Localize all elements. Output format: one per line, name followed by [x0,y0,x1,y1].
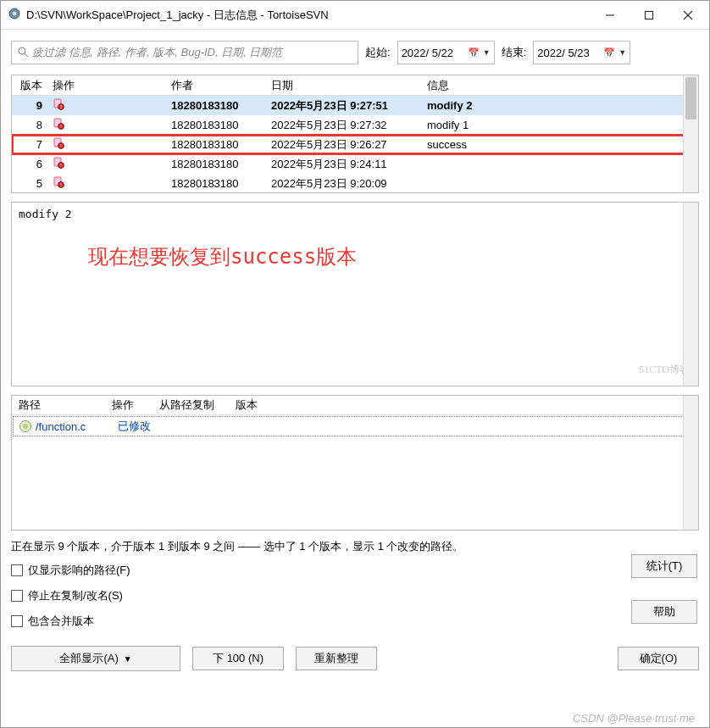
cell-revision: 7 [12,138,47,151]
footer-watermark: CSDN @Please·trust·me [573,712,695,725]
cell-action: ! [47,118,166,132]
checkbox-stop-on-copy[interactable]: 停止在复制/改名(S) [11,588,699,603]
changes-header: 路径 操作 从路径复制 版本 [12,396,698,415]
date-to-value: 2022/ 5/23 [537,47,589,59]
file-icon [19,420,32,433]
cell-action: ! [47,176,166,191]
show-all-button[interactable]: 全部显示(A)▼ [11,646,180,671]
titlebar: D:\SVN\WorkSpace\Project_1_jacky - 日志信息 … [1,1,709,30]
scrollbar[interactable] [683,203,698,386]
cell-author: 18280183180 [166,99,266,112]
scrollbar-thumb[interactable] [685,77,696,119]
log-row[interactable]: 8!182801831802022年5月23日 9:27:32modify 1 [12,115,698,135]
header-copyfrom[interactable]: 从路径复制 [153,397,229,413]
modify-icon: ! [53,98,64,110]
cell-author: 18280183180 [166,158,266,170]
cell-author: 18280183180 [166,119,266,131]
close-button[interactable] [668,2,707,29]
commit-message-text: modify 2 [19,208,72,220]
cell-message: modify 1 [422,119,698,131]
checkbox-icon [11,590,23,602]
status-text: 正在显示 9 个版本，介于版本 1 到版本 9 之间 —— 选中了 1 个版本，… [11,539,699,554]
log-row[interactable]: 9!182801831802022年5月23日 9:27:51modify 2 [12,96,698,115]
svg-text:!: ! [60,124,61,129]
svg-point-6 [19,47,25,54]
to-label: 结束: [502,45,527,60]
app-icon [8,7,21,23]
header-date[interactable]: 日期 [266,78,422,93]
ok-button[interactable]: 确定(O) [618,647,699,670]
maximize-button[interactable] [630,2,668,29]
checkbox-icon [11,564,23,576]
checkbox-label: 包含合并版本 [28,614,94,629]
next-100-button[interactable]: 下 100 (N) [192,647,284,670]
header-action[interactable]: 操作 [105,397,153,413]
header-message[interactable]: 信息 [422,78,698,93]
cell-revision: 5 [12,177,47,190]
svg-point-1 [13,12,17,16]
changed-path-row[interactable]: /function.c 已修改 [13,416,697,436]
stats-button[interactable]: 统计(T) [631,554,697,578]
log-row[interactable]: 7!182801831802022年5月23日 9:26:27success [12,135,698,154]
checkbox-affected-paths[interactable]: 仅显示影响的路径(F) [11,563,699,578]
filter-input[interactable]: 疲过滤 信息, 路径, 作者, 版本, Bug-ID, 日期, 日期范 [11,41,358,64]
chevron-down-icon: ▼ [483,48,491,57]
modify-icon: ! [53,176,64,188]
minimize-button[interactable] [591,2,630,29]
checkbox-include-merge[interactable]: 包含合并版本 [11,614,699,629]
bottom-bar: 全部显示(A)▼ 下 100 (N) 重新整理 确定(O) [11,646,699,671]
file-path: /function.c [36,420,86,433]
svg-text:!: ! [60,182,61,187]
calendar-icon: 📅 [603,47,615,58]
log-row[interactable]: 6!182801831802022年5月23日 9:24:11 [12,154,698,174]
modify-icon: ! [53,137,64,149]
header-revision[interactable]: 版本 [12,78,47,93]
modify-icon: ! [53,157,64,169]
cell-message: success [422,138,698,151]
cell-date: 2022年5月23日 9:27:51 [266,98,422,114]
checkbox-label: 仅显示影响的路径(F) [28,563,130,578]
refresh-button[interactable]: 重新整理 [296,647,377,670]
header-action[interactable]: 操作 [47,78,166,93]
header-author[interactable]: 作者 [166,78,266,93]
date-from-picker[interactable]: 2022/ 5/22 📅 ▼ [397,41,495,64]
cell-date: 2022年5月23日 9:27:32 [266,118,422,133]
date-to-picker[interactable]: 2022/ 5/23 📅 ▼ [533,41,630,64]
svg-point-24 [23,424,28,429]
cell-revision: 6 [12,158,47,170]
filter-placeholder: 疲过滤 信息, 路径, 作者, 版本, Bug-ID, 日期, 日期范 [32,45,282,60]
cell-date: 2022年5月23日 9:26:27 [266,137,422,153]
svg-text:!: ! [60,163,61,168]
changed-paths-pane: 路径 操作 从路径复制 版本 /function.c 已修改 [11,395,699,531]
search-icon [17,46,29,60]
scrollbar[interactable] [683,396,698,530]
date-from-value: 2022/ 5/22 [402,47,453,59]
svg-rect-3 [646,11,653,19]
svg-line-7 [25,53,28,57]
checkbox-icon [11,615,23,627]
cell-author: 18280183180 [166,138,266,151]
cell-action: ! [47,157,166,171]
checkbox-label: 停止在复制/改名(S) [28,588,123,603]
cell-date: 2022年5月23日 9:20:09 [266,176,422,192]
cell-author: 18280183180 [166,177,266,190]
filter-toolbar: 疲过滤 信息, 路径, 作者, 版本, Bug-ID, 日期, 日期范 起始: … [1,30,709,71]
cell-message: modify 2 [422,99,698,112]
scrollbar[interactable] [683,75,698,192]
chevron-down-icon: ▼ [124,654,132,664]
commit-message-pane[interactable]: modify 2 现在想要恢复到success版本 51CTO博客 [11,202,699,386]
cell-revision: 9 [12,99,47,112]
calendar-icon: 📅 [468,47,480,58]
log-row[interactable]: 5!182801831802022年5月23日 9:20:09 [12,174,698,193]
modify-icon: ! [53,118,64,130]
cell-revision: 8 [12,119,47,131]
svg-text:!: ! [60,143,61,148]
header-revision[interactable]: 版本 [229,397,698,413]
header-path[interactable]: 路径 [12,397,105,413]
from-label: 起始: [365,45,391,60]
options-area: 仅显示影响的路径(F) 停止在复制/改名(S) 包含合并版本 [11,563,699,629]
log-table-header: 版本 操作 作者 日期 信息 [12,75,698,96]
help-button[interactable]: 帮助 [631,600,697,624]
annotation-overlay: 现在想要恢复到success版本 [88,243,357,270]
cell-date: 2022年5月23日 9:24:11 [266,157,422,172]
